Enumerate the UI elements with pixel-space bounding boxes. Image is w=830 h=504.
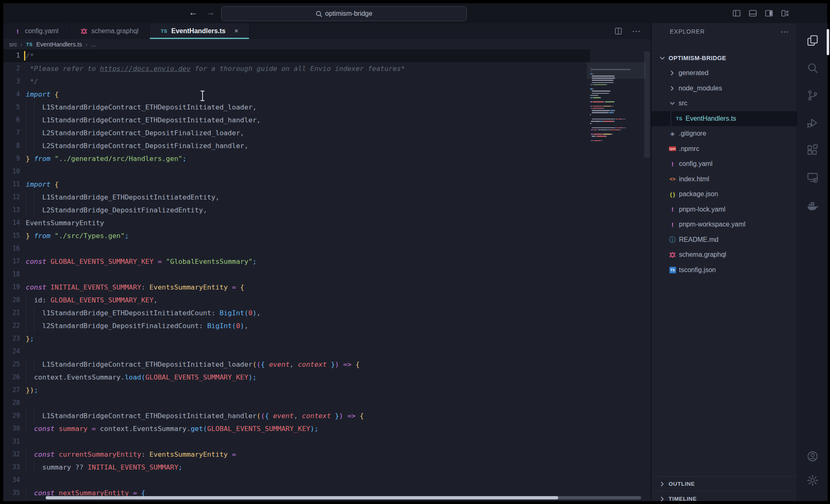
code-line[interactable]: 1/* [3, 49, 590, 62]
navigate-forward-icon[interactable]: → [206, 7, 215, 17]
minimap-token [593, 101, 603, 102]
tree-root-optimism-bridge[interactable]: OPTIMISM-BRIDGE [652, 51, 798, 66]
tree-item-schema-graphql[interactable]: schema.graphql [652, 247, 798, 263]
remote-explorer-icon[interactable] [797, 167, 828, 188]
code-line[interactable]: 27}); [3, 384, 590, 397]
settings-icon[interactable] [797, 470, 828, 491]
breadcrumb[interactable]: src›TSEventHandlers.ts›... [3, 39, 657, 49]
minimap-token [592, 90, 610, 92]
tree-item-node-modules[interactable]: node_modules [652, 81, 798, 96]
close-tab-icon[interactable]: × [234, 27, 238, 35]
search-icon[interactable] [797, 57, 828, 79]
outline-section[interactable]: OUTLINE [652, 476, 798, 491]
account-icon[interactable] [797, 446, 828, 467]
video-scrubber[interactable] [46, 496, 641, 499]
code-line[interactable]: 19const INITIAL_EVENTS_SUMMARY: EventsSu… [3, 281, 590, 294]
code-line[interactable]: 23}; [3, 332, 590, 345]
code-line[interactable]: 26 context.EventsSummary.load(GLOBAL_EVE… [3, 371, 590, 384]
breadcrumb-item-[interactable]: ... [91, 41, 96, 48]
minimap-token [592, 136, 595, 137]
code-line[interactable]: 8 L2StandardBridgeContract_DepositFinali… [3, 139, 590, 152]
extensions-icon[interactable] [797, 139, 828, 161]
more-actions-icon[interactable]: ⋯ [632, 26, 641, 36]
search-value: optimism-bridge [325, 10, 373, 17]
tree-item-config-yaml[interactable]: !config.yaml [652, 156, 798, 172]
command-center-search[interactable]: optimism-bridge [221, 6, 467, 21]
ts-file-icon: TS [676, 115, 683, 122]
minimap-token [590, 67, 591, 68]
code-line[interactable]: 21 l1StandardBridge_ETHDepositInitiatedC… [3, 307, 590, 319]
toggle-panel-left-icon[interactable] [732, 9, 741, 18]
timeline-label: TIMELINE [669, 496, 697, 502]
title-bar: ← → optimism-bridge [3, 3, 827, 23]
customize-layout-icon[interactable] [781, 9, 790, 18]
timeline-section[interactable]: TIMELINE [652, 491, 798, 504]
code-line[interactable]: 29 L1StandardBridgeContract_ETHDepositIn… [3, 409, 590, 422]
code-line[interactable]: 17const GLOBAL_EVENTS_SUMMARY_KEY = "Glo… [3, 255, 590, 268]
code-line[interactable]: 28 [3, 397, 590, 409]
code-line[interactable]: 20 id: GLOBAL_EVENTS_SUMMARY_KEY, [3, 294, 590, 307]
code-line[interactable]: 16 [3, 242, 590, 255]
sidebar-more-actions-icon[interactable]: ⋯ [781, 27, 788, 37]
tree-item-package-json[interactable]: { }package.json [652, 187, 798, 202]
toggle-panel-right-icon[interactable] [764, 9, 774, 18]
code-line[interactable]: 14EventsSummaryEntity [3, 217, 590, 229]
tree-item-pnpm-lock-yaml[interactable]: !pnpm-lock.yaml [652, 202, 798, 217]
html-file-icon: <> [669, 175, 676, 183]
code-line[interactable]: 3 */ [3, 75, 590, 88]
code-line[interactable]: 30 const summary = context.EventsSummary… [3, 422, 590, 435]
code-line[interactable]: 24 [3, 345, 590, 358]
code-line[interactable]: 15} from "./src/Types.gen"; [3, 229, 590, 242]
minimap-token [602, 140, 603, 141]
minimap[interactable] [590, 66, 642, 142]
code-line[interactable]: 6 L1StandardBridgeContract_ETHDepositIni… [3, 114, 590, 127]
code-line[interactable]: 25 L1StandardBridgeContract_ETHDepositIn… [3, 358, 590, 371]
code-line[interactable]: 9} from "../generated/src/Handlers.gen"; [3, 152, 590, 165]
code-line[interactable]: 13 L2StandardBridge_DepositFinalizedEnti… [3, 204, 590, 217]
tab-eventhandlers-ts[interactable]: TSEventHandlers.ts× [150, 23, 250, 39]
code-line[interactable]: 33 summary ?? INITIAL_EVENTS_SUMMARY; [3, 461, 590, 474]
explorer-icon[interactable] [797, 30, 828, 51]
code-line[interactable]: 31 [3, 435, 590, 448]
line-number: 17 [3, 255, 20, 268]
tab-schema-graphql[interactable]: schema.graphql [70, 23, 150, 39]
tree-item-pnpm-workspace-yaml[interactable]: !pnpm-workspace.yaml [652, 217, 798, 232]
run-and-debug-icon[interactable] [797, 112, 828, 134]
code-line-text: /* [26, 49, 34, 62]
docker-icon[interactable] [797, 194, 828, 216]
code-line[interactable]: 2 *Please refer to https://docs.envio.de… [3, 62, 590, 75]
tree-item-index-html[interactable]: <>index.html [652, 172, 798, 187]
tree-item-tsconfig-json[interactable]: TStsconfig.json [652, 263, 798, 278]
code-editor[interactable]: 1/*2 *Please refer to https://docs.envio… [3, 49, 651, 501]
tree-item-generated[interactable]: generated [652, 66, 798, 81]
code-line[interactable]: 4import { [3, 88, 590, 101]
code-line[interactable]: 11import { [3, 178, 590, 191]
toggle-panel-bottom-icon[interactable] [748, 9, 757, 18]
code-line[interactable]: 10 [3, 165, 590, 178]
code-line[interactable]: 7 L2StandardBridgeContract_DepositFinali… [3, 127, 590, 139]
minimap-token [590, 95, 598, 96]
breadcrumb-item-src[interactable]: src [9, 41, 17, 48]
tree-item-npmrc[interactable]: npm.npmrc [652, 141, 798, 157]
code-line[interactable]: 32 const currentSummaryEntity: EventsSum… [3, 448, 590, 461]
code-line-text: const currentSummaryEntity: EventsSummar… [26, 448, 236, 461]
code-line[interactable]: 5 L1StandardBridgeContract_ETHDepositIni… [3, 101, 590, 114]
code-line[interactable]: 34 [3, 474, 590, 487]
source-control-icon[interactable] [797, 85, 828, 106]
video-scrubber-progress [46, 496, 558, 499]
split-editor-icon[interactable] [614, 27, 623, 36]
tab-config-yaml[interactable]: !config.yaml [3, 23, 70, 39]
editor-group: !config.yamlschema.graphqlTSEventHandler… [3, 23, 651, 501]
tree-item-src[interactable]: src [652, 96, 798, 111]
minimap-token [609, 93, 609, 94]
minimap-token [614, 101, 615, 102]
navigate-back-icon[interactable]: ← [189, 7, 198, 17]
tree-item-gitignore[interactable]: ◈.gitignore [652, 126, 798, 141]
code-line[interactable]: 22 l2StandardBridge_DepositFinalizedCoun… [3, 319, 590, 332]
tree-item-eventhandlers-ts[interactable]: TSEventHandlers.ts [652, 111, 798, 127]
vertical-scrollbar[interactable] [644, 51, 650, 158]
tree-item-readme-md[interactable]: ⓘREADME.md [652, 232, 798, 248]
code-line[interactable]: 18 [3, 268, 590, 281]
breadcrumb-item-eventhandlers-ts[interactable]: EventHandlers.ts [36, 41, 82, 48]
code-line[interactable]: 12 L1StandardBridge_ETHDepositInitiatedE… [3, 191, 590, 204]
